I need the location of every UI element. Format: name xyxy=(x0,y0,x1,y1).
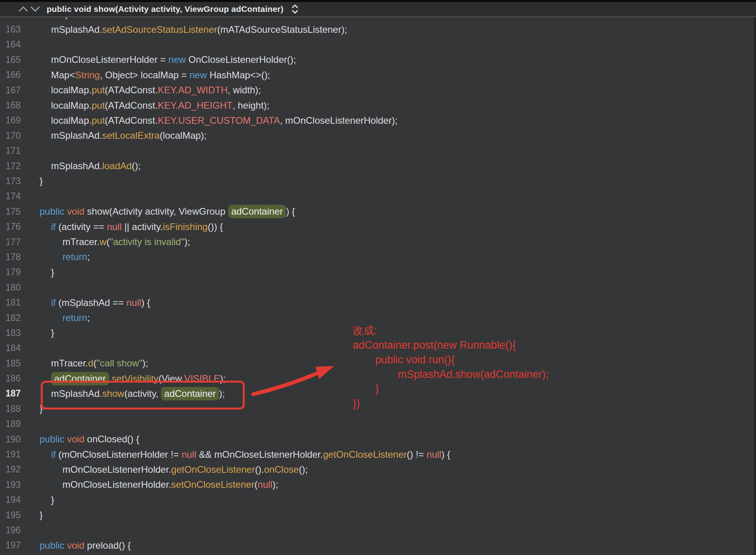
code-token: (mATAdSourceStatusListener); xyxy=(217,24,347,35)
code-line[interactable]: 195} xyxy=(0,508,756,523)
code-line[interactable]: 191if (mOnCloseListenerHolder != null &&… xyxy=(0,447,756,462)
code-line[interactable]: 194} xyxy=(0,493,756,508)
line-number[interactable]: 174 xyxy=(0,191,40,202)
code-text: if (activity == null || activity.isFinis… xyxy=(40,221,223,232)
line-number[interactable]: 167 xyxy=(0,85,40,96)
code-line[interactable]: 175public void show(Activity activity, V… xyxy=(0,204,756,219)
line-number[interactable]: 164 xyxy=(0,39,40,50)
line-number[interactable]: 177 xyxy=(0,237,40,247)
function-signature-title: public void show(Activity activity, View… xyxy=(47,4,284,14)
code-line[interactable]: 166Map<String, Object> localMap = new Ha… xyxy=(0,68,756,83)
line-number[interactable]: 192 xyxy=(0,464,40,475)
code-token: public xyxy=(40,434,64,445)
line-number[interactable]: 181 xyxy=(0,297,40,308)
code-token: mSplashAd. xyxy=(51,130,102,141)
code-line[interactable]: 180 xyxy=(0,280,756,295)
code-line[interactable]: 173} xyxy=(0,174,756,189)
code-line[interactable]: 165mOnCloseListenerHolder = new OnCloseL… xyxy=(0,52,756,67)
up-down-selector-icon[interactable] xyxy=(291,4,299,14)
code-token: (ATAdConst. xyxy=(105,100,158,111)
code-token: onClose xyxy=(264,464,299,475)
code-line[interactable]: 181if (mSplashAd == null) { xyxy=(0,295,756,310)
chevron-down-icon[interactable] xyxy=(29,3,41,15)
code-line[interactable]: 192mOnCloseListenerHolder.getOnCloseList… xyxy=(0,462,756,477)
line-number[interactable]: 188 xyxy=(0,404,40,414)
line-number[interactable]: 185 xyxy=(0,358,40,369)
code-token: mSplashAd. xyxy=(51,24,102,35)
code-line[interactable]: 193mOnCloseListenerHolder.setOnCloseList… xyxy=(0,477,756,492)
chevron-up-icon[interactable] xyxy=(17,3,29,15)
code-token: public xyxy=(40,206,64,217)
annotation-line: 改成: xyxy=(353,323,548,338)
code-line[interactable]: 174 xyxy=(0,189,756,204)
line-number[interactable]: 182 xyxy=(0,313,40,323)
code-line[interactable]: 169localMap.put(ATAdConst.KEY.USER_CUSTO… xyxy=(0,113,756,128)
annotation-text: 改成:adContainer.post(new Runnable(){publi… xyxy=(353,323,548,411)
code-token: HashMap<>(); xyxy=(207,70,270,81)
code-token: if xyxy=(51,449,56,460)
code-token: getOnCloseListener xyxy=(171,464,255,475)
code-line[interactable]: 167localMap.put(ATAdConst.KEY.AD_WIDTH, … xyxy=(0,83,756,98)
line-number[interactable]: 170 xyxy=(0,130,40,141)
line-number[interactable]: 194 xyxy=(0,495,40,505)
line-number[interactable]: 173 xyxy=(0,176,40,187)
line-number[interactable]: 178 xyxy=(0,252,40,262)
line-number[interactable]: 187 xyxy=(0,388,40,399)
code-token: mOnCloseListenerHolder. xyxy=(62,464,171,475)
line-number[interactable]: 195 xyxy=(0,510,40,521)
code-token: null xyxy=(427,449,441,460)
line-number[interactable]: 197 xyxy=(0,540,40,551)
code-token: if xyxy=(51,221,56,232)
code-token xyxy=(64,434,67,445)
code-line[interactable]: 177mTracer.w("activity is invalid"); xyxy=(0,234,756,249)
code-line[interactable]: 163mSplashAd.setAdSourceStatusListener(m… xyxy=(0,22,756,37)
line-number[interactable]: 179 xyxy=(0,267,40,278)
line-number[interactable]: 191 xyxy=(0,449,40,460)
line-number[interactable]: 172 xyxy=(0,161,40,172)
code-token: , Object> localMap = xyxy=(100,70,189,81)
line-number[interactable]: 166 xyxy=(0,70,40,80)
code-line[interactable]: 170mSplashAd.setLocalExtra(localMap); xyxy=(0,128,756,143)
code-line[interactable]: 190public void onClosed() { xyxy=(0,432,756,447)
line-number[interactable]: 190 xyxy=(0,434,40,445)
code-token: return xyxy=(62,251,87,262)
code-line[interactable]: 189 xyxy=(0,417,756,432)
code-token: ); xyxy=(142,358,148,369)
code-token: put xyxy=(92,115,105,126)
code-line[interactable]: 196 xyxy=(0,523,756,538)
line-number[interactable]: 183 xyxy=(0,328,40,338)
annotation-line: public void run(){ xyxy=(353,353,548,367)
line-number[interactable]: 189 xyxy=(0,419,40,429)
code-line[interactable]: 164 xyxy=(0,37,756,52)
line-number[interactable]: 180 xyxy=(0,282,40,293)
code-token: getOnCloseListener xyxy=(323,449,407,460)
line-number[interactable]: 196 xyxy=(0,525,40,536)
code-token: setLocalExtra xyxy=(102,130,159,141)
line-number[interactable]: 186 xyxy=(0,373,40,384)
code-line[interactable]: 172mSplashAd.loadAd(); xyxy=(0,159,756,174)
line-number[interactable]: 171 xyxy=(0,145,40,156)
line-number[interactable]: 168 xyxy=(0,100,40,111)
code-token: } xyxy=(51,495,54,506)
line-number[interactable]: 175 xyxy=(0,206,40,217)
code-line[interactable]: 178return; xyxy=(0,249,756,264)
code-line[interactable]: 171 xyxy=(0,143,756,159)
code-line[interactable]: 197public void preload() { xyxy=(0,538,756,553)
code-token: null xyxy=(127,297,141,308)
code-token: ( xyxy=(255,479,258,490)
code-line[interactable]: 179} xyxy=(0,265,756,280)
line-number[interactable]: 165 xyxy=(0,55,40,65)
line-number[interactable]: 184 xyxy=(0,343,40,353)
code-line[interactable]: 176if (activity == null || activity.isFi… xyxy=(0,219,756,234)
code-token: (localMap); xyxy=(160,130,207,141)
code-token: mTracer. xyxy=(51,358,88,369)
code-token: } xyxy=(40,510,43,521)
line-number[interactable]: 163 xyxy=(0,24,40,35)
line-number[interactable]: 169 xyxy=(0,115,40,126)
code-line[interactable]: 168localMap.put(ATAdConst.KEY.AD_HEIGHT,… xyxy=(0,98,756,113)
code-token: localMap. xyxy=(51,100,92,111)
line-number[interactable]: 193 xyxy=(0,479,40,490)
line-number[interactable]: 176 xyxy=(0,221,40,232)
code-editor[interactable]: 162mSplashAd.163mSplashAd.setAdSourceSta… xyxy=(0,7,756,553)
code-text: Map<String, Object> localMap = new HashM… xyxy=(40,70,270,81)
